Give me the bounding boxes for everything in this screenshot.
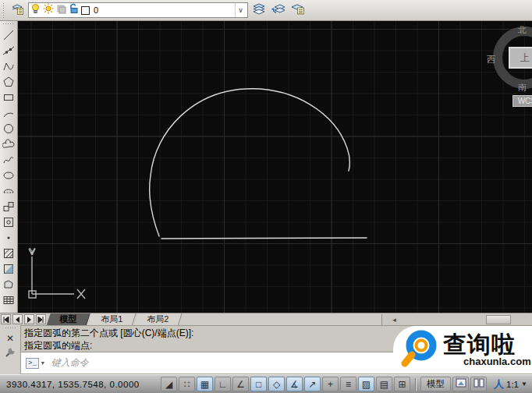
rectangle-tool-button[interactable] [1,90,16,105]
quick-view-layouts-icon [456,378,466,390]
arc-tool-button[interactable] [1,105,16,121]
toggle-infer-constraints[interactable]: ◢ [161,377,177,391]
point-tool-button[interactable] [1,230,16,246]
make-layer-current-icon [291,2,305,18]
layer-color-swatch[interactable] [81,6,90,15]
insert-block-tool-button[interactable] [1,199,16,214]
toggle-grid-display[interactable]: ▦ [197,377,213,391]
layer-properties-icon [11,2,24,19]
polar-tracking-icon: ∠ [236,379,245,390]
model-space-button[interactable]: 模型 [420,377,451,391]
toggle-object-snap[interactable]: □ [250,377,267,391]
snap-mode-icon: ∷ [184,379,190,390]
toggle-object-snap-tracking[interactable]: ∡ [286,377,303,391]
toggle-quick-properties[interactable]: ▤ [376,377,392,391]
hatch-tool-button[interactable] [1,246,16,261]
hatch-icon [2,247,15,260]
viewcube[interactable]: 北 西 南 上 [490,25,532,94]
gradient-tool-button[interactable] [1,261,16,277]
3d-object-snap-icon: ◇ [273,379,280,390]
wcs-dropdown[interactable]: WCS [512,95,532,107]
viewcube-top-face[interactable]: 上 [509,47,532,69]
make-layer-current-button[interactable] [289,2,307,19]
tab-model[interactable]: 模型 [46,313,90,326]
autocad-window: 0 ∨ [0,0,532,393]
quick-view-drawings-icon [473,378,484,390]
scrollbar-thumb[interactable] [486,315,511,324]
polygon-tool-button[interactable] [1,74,16,90]
quick-view-drawings-button[interactable] [470,377,487,391]
toggle-polar-tracking[interactable]: ∠ [232,377,249,391]
grid-display-icon: ▦ [200,379,209,390]
chevron-down-icon[interactable]: ∨ [235,3,246,17]
toggle-dynamic-ucs[interactable]: ↗ [304,377,321,391]
command-drag-handle[interactable] [5,327,16,330]
revision-cloud-tool-button[interactable] [1,136,16,152]
tab-nav-previous-button[interactable] [12,314,23,324]
lightbulb-icon[interactable] [30,3,41,17]
toggle-ortho-mode[interactable]: ∟ [215,377,231,391]
chaxunla-logo-icon [401,328,440,372]
scroll-left-icon[interactable]: ◂ [388,315,400,324]
layer-dropdown[interactable]: 0 ∨ [28,2,248,18]
polygon-icon [2,76,15,88]
wrench-icon[interactable] [5,347,16,361]
make-block-tool-button[interactable] [1,214,16,230]
command-prompt-icon[interactable]: >_ [26,358,39,369]
toggle-selection-cycling[interactable]: ⊞ [394,377,410,391]
chevron-down-icon[interactable]: ▾ [41,359,44,366]
viewcube-south-label[interactable]: 南 [518,82,527,94]
watermark-domain: chaxunla.com [463,356,531,367]
tab-nav-first-button[interactable] [1,314,11,324]
viewcube-north-label[interactable]: 北 [518,24,527,36]
table-tool-button[interactable] [1,292,16,308]
command-line-area: ✕ 指定圆弧的第二个点或 [圆心(C)/端点(E)]:指定圆弧的端点: >_ ▾… [0,325,532,374]
tab-layout2[interactable]: 布局2 [134,313,183,326]
toggle-3d-object-snap[interactable]: ◇ [268,377,285,391]
circle-icon [2,122,15,135]
quick-view-layouts-button[interactable] [452,377,469,391]
toggle-dynamic-input[interactable]: + [322,377,339,391]
line-icon [2,29,15,41]
layer-states-button[interactable] [250,2,268,19]
region-icon [2,278,15,291]
toolbar-drag-handle[interactable] [2,23,15,26]
chevron-down-icon[interactable]: ▼ [521,381,527,388]
tab-nav-last-button[interactable] [36,314,46,324]
ellipse-tool-button[interactable] [1,168,16,183]
layer-previous-button[interactable] [270,2,287,19]
point-icon [2,232,15,244]
line-tool-button[interactable] [1,27,16,43]
arc-entity[interactable] [150,89,350,236]
object-snap-icon: □ [256,379,261,390]
horizontal-scrollbar[interactable]: ◂ [381,314,532,325]
model-space-canvas[interactable]: 北 西 南 上 WCS Y [18,21,532,313]
circle-tool-button[interactable] [1,121,16,136]
layer-previous-icon [271,2,286,18]
line-entity[interactable] [161,238,367,239]
transparency-icon: ▨ [362,379,371,390]
region-tool-button[interactable] [1,277,16,292]
annotation-scale-value[interactable]: 1:1 [506,380,519,389]
polyline-tool-button[interactable] [1,58,16,74]
sun-icon[interactable] [43,3,54,17]
tab-nav-next-button[interactable] [24,314,34,324]
toggle-show-transparency[interactable]: ▨ [358,377,374,391]
spline-tool-button[interactable] [1,152,16,168]
viewcube-west-label[interactable]: 西 [487,54,495,66]
toolbar-drag-handle[interactable] [2,2,5,18]
toggle-snap-mode[interactable]: ∷ [179,377,195,391]
layer-properties-manager-button[interactable] [9,2,26,19]
lineweight-icon: ≡ [346,379,351,390]
command-input-placeholder[interactable]: 键入命令 [51,356,89,370]
tab-layout1[interactable]: 布局1 [87,313,136,326]
annotation-scale-control[interactable]: 人 1:1 ▼ [494,377,527,391]
toggle-show-lineweight[interactable]: ≡ [340,377,356,391]
watermark-title: 查询啦 [443,333,531,356]
ellipse-arc-tool-button[interactable] [1,183,16,199]
drawing-entities [18,21,532,313]
viewport-freeze-icon[interactable] [56,3,66,17]
close-icon[interactable]: ✕ [6,334,14,343]
construction-line-tool-button[interactable] [1,43,16,58]
unlock-icon[interactable] [69,3,79,17]
